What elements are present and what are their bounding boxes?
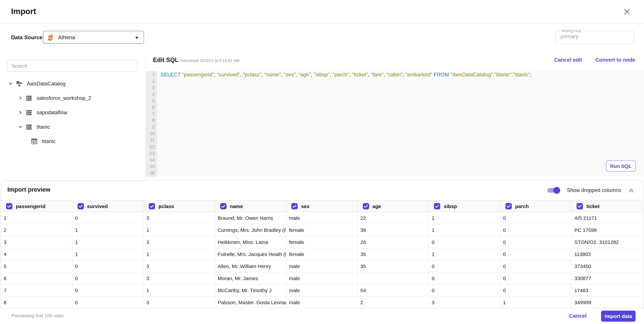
column-checkbox-passengerid[interactable] xyxy=(6,203,12,209)
close-icon[interactable] xyxy=(623,8,630,15)
cell-sibsp: 1 xyxy=(429,248,500,260)
cell-sex: female xyxy=(286,248,358,260)
chevron-down-icon[interactable] xyxy=(18,125,22,129)
line-number: 8 xyxy=(146,117,155,124)
tree-item-label: salesforce_workshop_2 xyxy=(36,95,91,101)
sql-token-str: "survived" xyxy=(217,72,240,77)
cell-age: 2 xyxy=(358,297,429,308)
tree-item-label: AwsDataCatalog xyxy=(27,81,66,87)
cell-ticket: 17463 xyxy=(572,285,643,297)
sql-token-pl: ; xyxy=(530,72,532,77)
sql-code-body[interactable]: SELECT "passengerid", "survived", "pclas… xyxy=(157,71,644,177)
workgroup-field[interactable]: Workgroup xyxy=(556,31,634,44)
show-dropped-columns-label: Show dropped columns xyxy=(567,187,621,193)
cell-name: Futrelle, Mrs. Jacques Heath (Lily Ma xyxy=(215,248,286,260)
sql-token-pl: , xyxy=(296,72,298,77)
preview-row-status: Previewing first 100 rows xyxy=(12,313,64,318)
cell-survived: 1 xyxy=(72,236,144,248)
cell-ticket: STON/O2. 3101282 xyxy=(572,236,643,248)
import-data-button[interactable]: Import data xyxy=(601,311,636,322)
data-source-select[interactable]: Athena xyxy=(43,31,144,44)
column-checkbox-ticket[interactable] xyxy=(577,203,583,209)
cell-age: 26 xyxy=(358,236,429,248)
line-number: 11 xyxy=(146,137,155,144)
autosave-status: Autosaved 3/23/23 at 9:14:52 AM xyxy=(180,58,240,63)
cell-survived: 0 xyxy=(72,285,144,297)
column-checkbox-parch[interactable] xyxy=(506,203,512,209)
sql-token-pl: , xyxy=(349,72,352,77)
cell-pclass: 3 xyxy=(144,297,215,308)
import-preview-header: Import preview Show dropped columns xyxy=(1,180,643,200)
sql-token-str: "age" xyxy=(298,72,311,77)
line-number: 13 xyxy=(146,150,155,157)
cell-age: 35 xyxy=(358,248,429,260)
workgroup-input[interactable] xyxy=(560,33,628,40)
cell-pclass: 3 xyxy=(144,260,215,272)
tree-item-titanic-3[interactable]: titanic xyxy=(0,120,145,134)
cell-name: Heikkinen, Miss. Laina xyxy=(215,236,286,248)
line-number: 7 xyxy=(146,111,155,117)
cell-survived: 1 xyxy=(72,248,144,260)
tree-item-AwsDataCatalog-0[interactable]: AwsDataCatalog xyxy=(0,76,145,91)
column-checkbox-survived[interactable] xyxy=(77,203,84,209)
cell-sibsp: 1 xyxy=(429,224,500,236)
import-preview-title: Import preview xyxy=(8,186,50,193)
chevron-right-icon[interactable] xyxy=(18,110,22,115)
sql-token-str: "AwsDataCatalog" xyxy=(450,72,493,77)
cell-sibsp: 1 xyxy=(429,212,500,224)
cancel-button[interactable]: Cancel xyxy=(567,313,589,319)
cell-parch: 0 xyxy=(500,285,572,297)
chevron-down-icon[interactable] xyxy=(8,81,13,86)
import-dialog: Import Data Source: Athena xyxy=(0,0,644,324)
cell-pclass: 1 xyxy=(144,248,215,260)
column-checkbox-name[interactable] xyxy=(220,203,226,209)
import-preview-panel: Import preview Show dropped columns pass… xyxy=(1,180,643,308)
edit-sql-title: Edit SQL xyxy=(153,57,178,64)
sql-token-pl: , xyxy=(311,72,314,77)
cell-parch: 0 xyxy=(500,236,572,248)
cell-sex: female xyxy=(286,224,358,236)
line-number: 6 xyxy=(146,104,155,111)
cell-parch: 0 xyxy=(500,248,572,260)
column-label: name xyxy=(230,203,243,209)
cell-name: Palsson, Master. Gosta Leonard xyxy=(215,297,286,308)
column-checkbox-pclass[interactable] xyxy=(149,203,155,209)
sql-code-editor[interactable]: 12345678910111213141516 SELECT "passenge… xyxy=(146,71,644,177)
show-dropped-columns-toggle[interactable] xyxy=(547,187,560,194)
sql-token-pl: , xyxy=(281,72,284,77)
cell-passengerid: 6 xyxy=(1,272,72,285)
cell-sex: male xyxy=(286,285,358,297)
sql-token-str: "pclass" xyxy=(243,72,262,77)
cancel-edit-link[interactable]: Cancel edit xyxy=(554,57,582,63)
tree-item-sapodataflow-2[interactable]: sapodataflow xyxy=(0,105,145,120)
column-checkbox-sex[interactable] xyxy=(291,203,298,209)
column-label: survived xyxy=(87,203,108,209)
chevron-right-icon[interactable] xyxy=(18,96,22,100)
sql-token-kw: FROM xyxy=(434,72,449,77)
collapse-panel-icon[interactable] xyxy=(628,188,634,193)
tree-item-salesforce_workshop_2-1[interactable]: salesforce_workshop_2 xyxy=(0,91,145,105)
table-row-6: 603Moran, Mr. Jamesmale00330877 xyxy=(1,272,643,285)
column-header-sibsp: sibsp xyxy=(429,200,500,212)
cell-parch: 1 xyxy=(500,297,572,308)
sql-token-str: "embarked" xyxy=(406,72,432,77)
run-sql-button[interactable]: Run SQL xyxy=(606,161,636,171)
line-number: 1 xyxy=(146,71,155,78)
column-checkbox-sibsp[interactable] xyxy=(434,203,440,209)
line-number: 14 xyxy=(146,157,155,163)
sql-statement: SELECT "passengerid", "survived", "pclas… xyxy=(160,71,644,78)
table-row-5: 503Allen, Mr. William Henrymale350037345… xyxy=(1,260,643,272)
search-input[interactable] xyxy=(8,60,137,71)
sql-token-str: "ticket" xyxy=(352,72,368,77)
line-number: 16 xyxy=(146,170,155,176)
sql-token-pl: , xyxy=(240,72,243,77)
cell-parch: 0 xyxy=(500,212,572,224)
column-checkbox-age[interactable] xyxy=(363,203,369,209)
cell-survived: 0 xyxy=(72,297,144,308)
cell-age: 54 xyxy=(358,285,429,297)
sql-token-str: "passengerid" xyxy=(182,72,214,77)
database-icon xyxy=(26,109,32,116)
cell-passengerid: 1 xyxy=(1,212,72,224)
convert-to-node-link[interactable]: Convert to node xyxy=(595,57,635,63)
tree-item-titanic-4[interactable]: titanic xyxy=(0,134,145,149)
